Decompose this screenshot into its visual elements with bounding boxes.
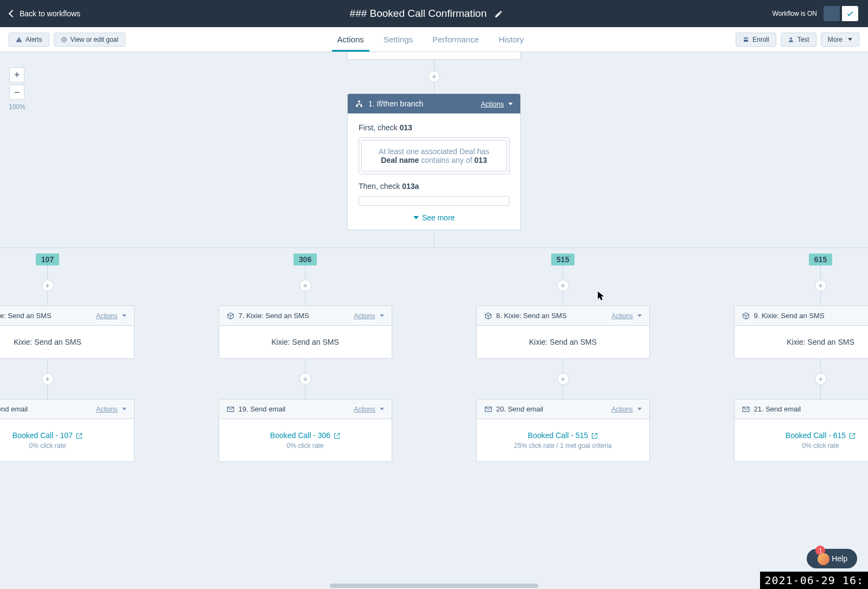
tab-performance[interactable]: Performance	[430, 28, 481, 51]
action-body: Kixie: Send an SMS	[477, 326, 649, 358]
integration-icon	[227, 312, 234, 320]
branch-tag[interactable]: 615	[809, 254, 832, 265]
tab-history[interactable]: History	[496, 28, 526, 51]
card-actions-menu[interactable]: Actions	[354, 406, 384, 413]
workflow-toggle[interactable]	[824, 6, 858, 21]
svg-rect-3	[358, 100, 360, 102]
alerts-button[interactable]: Alerts	[9, 33, 49, 47]
recording-timestamp: 2021-06-29 16:	[760, 572, 868, 589]
connector-line	[305, 385, 305, 399]
see-more-branch[interactable]: See more	[348, 209, 520, 230]
add-action-node[interactable]: +	[42, 280, 54, 292]
card-actions-menu[interactable]: Actions	[96, 406, 126, 413]
add-action-node[interactable]: +	[557, 280, 569, 292]
add-action-node[interactable]: +	[428, 71, 440, 83]
more-button[interactable]: More	[821, 33, 859, 47]
connector-line	[305, 292, 305, 306]
connector-line	[47, 359, 48, 373]
email-action-card[interactable]: 19. Send email Actions Booked Call - 306	[219, 399, 392, 462]
add-action-node[interactable]: +	[299, 373, 311, 385]
add-action-node[interactable]: +	[815, 280, 827, 292]
external-link-icon	[76, 432, 82, 439]
zoom-out-button[interactable]: −	[9, 85, 24, 100]
card-actions-menu[interactable]: Actions	[354, 312, 384, 320]
email-link[interactable]: Booked Call - 107	[12, 431, 82, 440]
if-then-branch-card[interactable]: 1. If/then branch Actions First, check 0…	[347, 93, 521, 230]
integration-icon	[742, 312, 750, 320]
filter-rule-box[interactable]: At least one associated Deal has Deal na…	[359, 137, 509, 174]
add-action-node[interactable]: +	[42, 373, 54, 385]
connector-line	[305, 359, 305, 373]
email-link[interactable]: Booked Call - 515	[528, 431, 598, 440]
connector-line	[305, 265, 305, 280]
sms-action-card[interactable]: 8. Kixie: Send an SMS Actions Kixie: Sen…	[476, 306, 650, 359]
email-action-card[interactable]: 18. Send email Actions Booked Call - 107	[0, 399, 135, 462]
integration-icon	[484, 312, 492, 320]
action-body: Kixie: Send an SMS	[0, 326, 134, 358]
email-link[interactable]: Booked Call - 615	[786, 431, 856, 440]
external-link-icon	[849, 432, 856, 439]
caret-down-icon	[508, 103, 513, 105]
caret-down-icon	[848, 38, 852, 41]
connector-line	[434, 60, 435, 71]
back-label: Back to workflows	[20, 9, 80, 18]
enroll-button[interactable]: Enroll	[736, 33, 776, 47]
connector-line	[563, 359, 563, 373]
test-button[interactable]: Test	[781, 33, 816, 47]
connector-line	[563, 385, 563, 399]
email-action-card[interactable]: 20. Send email Actions Booked Call - 515	[476, 399, 650, 462]
mail-icon	[742, 406, 750, 413]
connector-line	[563, 265, 563, 280]
horizontal-scrollbar[interactable]	[330, 584, 538, 588]
sms-action-card[interactable]: 7. Kixie: Send an SMS Actions Kixie: Sen…	[219, 306, 392, 359]
branch-horizontal-bar	[0, 248, 868, 248]
email-stats: 0% click rate	[0, 442, 129, 449]
zoom-in-button[interactable]: +	[9, 67, 24, 83]
add-action-node[interactable]: +	[557, 373, 569, 385]
rule-line-2: Deal name contains any of 013	[371, 156, 497, 164]
zoom-level-label: 100%	[9, 103, 25, 111]
connector-line	[563, 292, 563, 306]
caret-down-icon	[122, 408, 126, 410]
branch-actions-menu[interactable]: Actions	[481, 100, 513, 108]
sms-action-card[interactable]: 9. Kixie: Send an SMS Actions Kixie: Sen…	[734, 306, 869, 359]
branch-tag[interactable]: 306	[293, 254, 317, 265]
mouse-cursor	[598, 292, 605, 301]
add-action-node[interactable]: +	[299, 280, 311, 292]
branch-title-label: 1. If/then branch	[368, 99, 423, 108]
email-stats: 0% click rate	[225, 442, 386, 449]
branch-tag[interactable]: 515	[551, 254, 575, 265]
enrollment-card[interactable]: See more	[347, 52, 521, 60]
toggle-off-segment	[824, 6, 840, 21]
tab-settings[interactable]: Settings	[381, 28, 415, 51]
email-action-card[interactable]: 21. Send email Actions Booked Call - 615	[734, 399, 869, 462]
branch-tag[interactable]: 107	[36, 254, 59, 265]
connector-line	[434, 83, 435, 93]
mail-icon	[484, 406, 492, 413]
edit-title-icon[interactable]	[494, 9, 503, 18]
svg-rect-5	[360, 105, 362, 107]
connector-line	[434, 230, 435, 248]
caret-down-icon	[122, 314, 126, 317]
card-actions-menu[interactable]: Actions	[96, 312, 126, 320]
tab-actions[interactable]: Actions	[335, 28, 366, 51]
help-button[interactable]: 1 Help	[807, 549, 857, 568]
sms-action-card[interactable]: 6. Kixie: Send an SMS Actions Kixie: Sen…	[0, 306, 135, 359]
connector-line	[47, 265, 48, 280]
email-link[interactable]: Booked Call - 306	[270, 431, 340, 440]
connector-line	[820, 292, 821, 306]
page-title: ### Booked Call Confirmation	[350, 8, 487, 20]
card-actions-menu[interactable]: Actions	[611, 312, 641, 320]
chevron-left-icon	[9, 10, 16, 17]
add-action-node[interactable]: +	[815, 373, 827, 385]
view-goal-button[interactable]: View or edit goal	[54, 33, 126, 47]
external-link-icon	[334, 432, 340, 439]
back-to-workflows[interactable]: Back to workflows	[10, 9, 80, 18]
caret-down-icon	[380, 314, 384, 317]
branch-icon	[355, 100, 363, 107]
caret-down-icon	[380, 408, 384, 410]
card-actions-menu[interactable]: Actions	[611, 406, 641, 413]
svg-rect-4	[356, 105, 358, 107]
mail-icon	[227, 406, 234, 413]
caret-down-icon	[637, 408, 642, 410]
